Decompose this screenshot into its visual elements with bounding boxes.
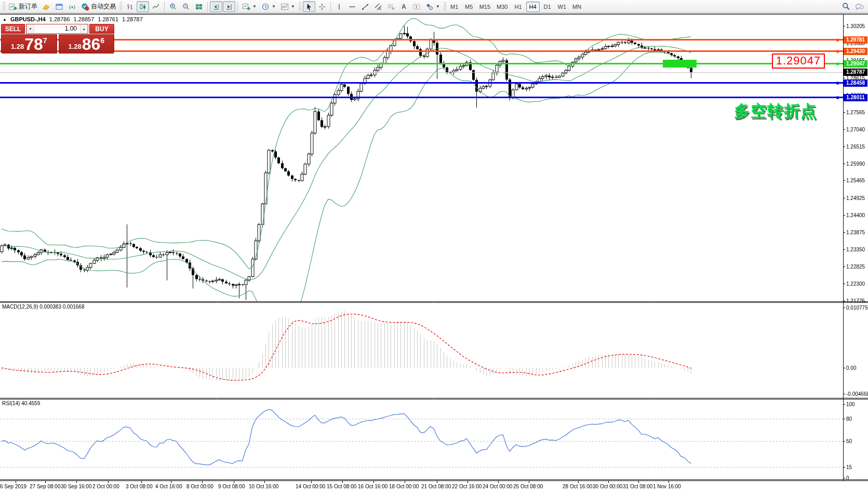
price-callout-box[interactable]: 1.29047 <box>772 54 825 69</box>
svg-text:E: E <box>379 7 381 10</box>
sell-price-prefix: 1.28 <box>11 43 24 50</box>
shapes-button[interactable]: ▼ <box>423 1 442 12</box>
highlight-rectangle[interactable] <box>663 60 697 68</box>
volume-input[interactable]: 1.00 <box>34 24 80 33</box>
new-order-button[interactable]: 新订单 <box>7 1 39 12</box>
volume-increase-button[interactable]: ▲ <box>80 24 88 33</box>
price-axis-tick: 1.24400 <box>846 212 865 218</box>
buy-button[interactable]: BUY <box>89 24 114 34</box>
timeframe-button-m5[interactable]: M5 <box>462 2 476 12</box>
chart-candles-button[interactable] <box>137 1 149 12</box>
timeframe-button-m1[interactable]: M1 <box>448 2 461 12</box>
chart-shift-button[interactable] <box>210 1 222 12</box>
timeframe-button-h1[interactable]: H1 <box>512 2 525 12</box>
line-handle[interactable] <box>836 50 839 52</box>
zoom-in-button[interactable] <box>167 1 179 12</box>
macd-axis-label: -0.004668 <box>846 391 868 397</box>
autotrade-button[interactable]: 自动交易 <box>79 1 118 12</box>
chat-button[interactable] <box>853 1 866 12</box>
time-axis-label: 14 Oct 00:00 <box>296 484 325 489</box>
macd-indicator-label: MACD(12,26,9) 0.000383 0.001668 <box>2 304 84 310</box>
time-axis-label: 30 Sep 16:00 <box>61 484 92 489</box>
channel-button[interactable]: E <box>372 1 384 12</box>
volume-decrease-button[interactable]: ▼ <box>26 24 34 33</box>
timeframe-button-d1[interactable]: D1 <box>541 2 554 12</box>
timeframe-button-w1[interactable]: W1 <box>555 2 569 12</box>
time-axis-label: 27 Sep 08:00 <box>30 484 61 489</box>
toolbar-separator <box>330 2 331 11</box>
chart-line-button[interactable] <box>150 1 162 12</box>
time-axis-label: 30 Oct 00:00 <box>593 484 622 489</box>
line-handle[interactable] <box>836 96 839 99</box>
tile-windows-icon <box>195 3 203 11</box>
fibonacci-button[interactable]: F <box>385 1 397 12</box>
chart-shift-icon <box>212 3 220 11</box>
rsi-axis-label: 15 <box>846 464 852 470</box>
zoom-out-icon <box>182 3 190 11</box>
time-axis-label: 8 Oct 00:00 <box>186 484 213 489</box>
templates-button[interactable]: ▼ <box>278 1 297 12</box>
rsi-axis-label: 0 <box>846 475 849 481</box>
clock-icon <box>261 3 270 11</box>
macd-axis-label: 0.010775 <box>846 305 868 311</box>
text-icon: A <box>402 3 406 10</box>
history-center-button[interactable] <box>40 1 52 12</box>
timeframe-button-h4[interactable]: H4 <box>526 2 540 12</box>
line-handle[interactable] <box>836 62 839 65</box>
tile-windows-button[interactable] <box>193 1 205 12</box>
sell-price-tile[interactable]: 1.28 78 7 <box>1 34 57 54</box>
horizontal-line-1.29781[interactable] <box>0 39 843 41</box>
toolbar-separator <box>237 2 238 11</box>
horizontal-line-1.29430[interactable] <box>0 50 843 52</box>
toolbar-grip <box>299 2 301 11</box>
horizontal-line-1.28011[interactable] <box>0 97 843 98</box>
time-axis-label: 1 Nov 16:00 <box>653 484 681 489</box>
horizontal-line-button[interactable] <box>346 1 358 12</box>
auto-scroll-button[interactable] <box>223 1 235 12</box>
toolbar-grip <box>119 2 122 11</box>
trendline-button[interactable] <box>359 1 371 12</box>
crosshair-button[interactable] <box>316 1 328 12</box>
ohlc-high: 1.28857 <box>74 16 95 22</box>
svg-text:T: T <box>415 4 418 9</box>
buy-price-tile[interactable]: 1.28 86 6 <box>59 34 115 54</box>
new-chart-button[interactable]: ▼ <box>240 1 259 12</box>
search-icon <box>842 2 850 11</box>
rsi-axis-label: 100 <box>846 402 855 407</box>
price-tag-1.28011: 1.28011 <box>844 94 867 101</box>
line-handle[interactable] <box>836 82 839 84</box>
new-chart-icon <box>242 3 250 11</box>
chart-header: ▲ GBPUSD-,H4 1.28786 1.28857 1.28761 1.2… <box>3 16 143 22</box>
chart-bars-button[interactable] <box>124 1 136 12</box>
vertical-line-button[interactable] <box>333 1 345 12</box>
rsi-axis-label: 50 <box>846 438 852 444</box>
line-handle[interactable] <box>836 38 839 41</box>
main-toolbar: 新订单 自动交易 <box>0 0 868 14</box>
sell-button[interactable]: SELL <box>1 24 25 34</box>
timeframe-button-m15[interactable]: M15 <box>477 2 493 12</box>
rsi-axis-label: 80 <box>846 416 852 422</box>
dropdown-caret: ▼ <box>272 4 276 9</box>
zoom-out-button[interactable] <box>180 1 192 12</box>
chart-annotation-text[interactable]: 多空转折点 <box>734 100 817 122</box>
horizontal-line-1.28458[interactable] <box>0 82 843 84</box>
signals-button[interactable] <box>66 1 78 12</box>
text-label-icon: T <box>412 3 421 11</box>
time-axis-label: 25 Oct 08:00 <box>513 484 543 489</box>
search-button[interactable] <box>839 1 852 12</box>
text-button[interactable]: A <box>398 1 410 12</box>
timeframe-button-mn[interactable]: MN <box>570 2 584 12</box>
terminal-button[interactable] <box>53 1 65 12</box>
price-axis-tick: 1.27040 <box>846 126 865 132</box>
timeframe-button-m30[interactable]: M30 <box>494 2 510 12</box>
time-axis-label: 22 Oct 16:00 <box>452 484 482 489</box>
one-click-trading-panel: SELL ▼ 1.00 ▲ BUY 1.28 78 7 1.28 86 6 <box>1 24 114 54</box>
horizontal-line-icon <box>348 3 356 11</box>
chart-canvas[interactable] <box>0 0 868 494</box>
text-label-button[interactable]: T <box>410 1 423 12</box>
horizontal-line-1.29047[interactable] <box>0 63 843 64</box>
zoom-in-icon <box>169 3 177 11</box>
buy-price-pip: 6 <box>100 36 104 45</box>
periods-button[interactable]: ▼ <box>259 1 278 12</box>
cursor-button[interactable] <box>303 1 315 12</box>
